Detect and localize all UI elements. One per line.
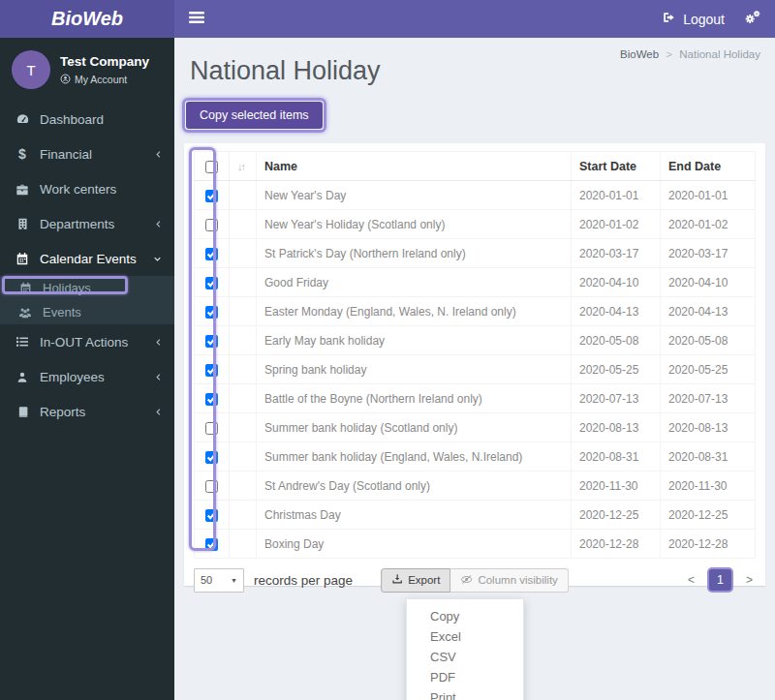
sidebar-item-financial[interactable]: $ Financial: [0, 137, 174, 171]
breadcrumb-root-link[interactable]: BioWeb: [620, 48, 659, 60]
start-date: 2020-01-02: [572, 210, 661, 239]
start-date: 2020-03-17: [572, 239, 661, 268]
export-menu-item[interactable]: PDF: [407, 667, 523, 687]
list-icon: [14, 336, 31, 348]
my-account-link[interactable]: My Account: [60, 74, 149, 86]
sidebar-item-work-centers[interactable]: Work centers: [0, 171, 174, 206]
holiday-name: Battle of the Boyne (Northern Ireland on…: [257, 384, 572, 413]
top-bar: BioWeb Logout: [0, 0, 775, 38]
sidebar-item-label: Holidays: [43, 281, 91, 295]
sidebar-item-label: Events: [43, 305, 81, 320]
select-all-checkbox[interactable]: [205, 161, 218, 173]
row-checkbox[interactable]: [205, 306, 218, 319]
export-menu-item[interactable]: Excel: [407, 626, 523, 647]
row-checkbox[interactable]: [205, 248, 218, 260]
table-row: St Patrick's Day (Northern Ireland only)…: [195, 239, 756, 268]
export-button[interactable]: Export: [381, 568, 450, 593]
holiday-table-card: ↓↑ Name Start Date End Date New Year's D…: [184, 143, 765, 586]
hamburger-menu-button[interactable]: [174, 0, 219, 38]
sort-cell: [230, 530, 257, 559]
breadcrumb-separator: >: [666, 48, 672, 60]
sidebar-item-label: In-OUT Actions: [40, 335, 128, 350]
calendar-icon: [14, 252, 31, 265]
eye-slash-icon: [460, 574, 473, 587]
start-date: 2020-08-31: [572, 442, 661, 472]
sidebar-item-label: Dashboard: [40, 112, 104, 127]
table-row: Battle of the Boyne (Northern Ireland on…: [195, 384, 756, 413]
end-date: 2020-12-25: [661, 501, 756, 530]
sidebar-item-dashboard[interactable]: Dashboard: [0, 102, 174, 137]
row-checkbox[interactable]: [205, 219, 218, 231]
sort-cell: [230, 326, 257, 355]
row-checkbox[interactable]: [205, 480, 218, 493]
row-checkbox[interactable]: [205, 451, 218, 464]
sort-cell: [230, 210, 257, 239]
table-row: Boxing Day 2020-12-28 2020-12-28: [195, 530, 756, 559]
table-footer: 50 ▼ records per page Export Column visi…: [194, 567, 756, 593]
sort-cell: [230, 239, 257, 268]
sidebar-item-label: Work centers: [40, 182, 116, 197]
sidebar-item-events[interactable]: Events: [0, 300, 174, 324]
row-checkbox[interactable]: [205, 538, 218, 551]
column-header-end-date[interactable]: End Date: [661, 152, 756, 181]
calendar-icon: [16, 282, 34, 294]
sidebar-item-reports[interactable]: Reports: [0, 394, 174, 429]
column-header-name[interactable]: Name: [257, 152, 572, 181]
logout-label: Logout: [683, 12, 725, 27]
export-menu-item[interactable]: Print: [407, 687, 523, 700]
copy-selected-items-button[interactable]: Copy selected items: [186, 102, 323, 129]
export-menu-item[interactable]: Copy: [407, 606, 523, 626]
sort-cell: [230, 384, 257, 413]
user-panel: T Test Company My Account: [0, 38, 174, 101]
sidebar-item-in-out-actions[interactable]: In-OUT Actions: [0, 324, 174, 359]
chevron-left-icon: [154, 219, 163, 229]
table-row: Christmas Day 2020-12-25 2020-12-25: [195, 501, 756, 530]
end-date: 2020-01-01: [661, 181, 756, 210]
start-date: 2020-05-25: [572, 355, 661, 384]
pagination-next-button[interactable]: >: [746, 573, 753, 587]
sidebar-item-calendar-events[interactable]: Calendar Events: [0, 241, 174, 276]
page-size-value: 50: [201, 574, 212, 586]
row-checkbox[interactable]: [205, 364, 218, 377]
sidebar-item-employees[interactable]: Employees: [0, 359, 174, 394]
holiday-name: Early May bank holiday: [257, 326, 572, 355]
table-row: St Andrew's Day (Scotland only) 2020-11-…: [195, 472, 756, 501]
table-row: New Year's Holiday (Scotland only) 2020-…: [195, 210, 756, 239]
row-checkbox[interactable]: [205, 335, 218, 348]
sort-cell: [230, 501, 257, 530]
sign-out-icon: [662, 11, 676, 27]
end-date: 2020-05-25: [661, 355, 756, 384]
start-date: 2020-12-25: [572, 501, 661, 530]
sort-icon[interactable]: ↓↑: [237, 161, 244, 172]
table-buttons: Export Column visibility: [381, 568, 569, 593]
gears-icon: [744, 10, 761, 29]
holiday-name: Summer bank holiday (England, Wales, N.I…: [257, 442, 572, 472]
start-date: 2020-07-13: [572, 384, 661, 413]
pagination-prev-button[interactable]: <: [688, 573, 695, 587]
holiday-name: St Andrew's Day (Scotland only): [257, 472, 572, 501]
page-size-select[interactable]: 50 ▼: [194, 568, 244, 593]
breadcrumb: BioWeb > National Holiday: [620, 48, 760, 60]
column-visibility-button[interactable]: Column visibility: [450, 568, 568, 593]
row-checkbox[interactable]: [205, 422, 218, 435]
sidebar-item-label: Calendar Events: [40, 252, 137, 266]
row-checkbox[interactable]: [205, 509, 218, 522]
row-checkbox[interactable]: [205, 190, 218, 202]
sidebar-item-holidays[interactable]: Holidays: [0, 276, 174, 300]
end-date: 2020-05-08: [661, 326, 756, 355]
row-checkbox[interactable]: [205, 393, 218, 406]
end-date: 2020-12-28: [661, 530, 756, 559]
book-icon: [14, 406, 31, 418]
pagination-page-1-button[interactable]: 1: [707, 567, 733, 593]
briefcase-icon: [14, 183, 31, 196]
logout-button[interactable]: Logout: [662, 11, 725, 27]
sidebar-item-departments[interactable]: Departments: [0, 206, 174, 241]
brand-logo[interactable]: BioWeb: [0, 0, 174, 38]
holiday-table-body: New Year's Day 2020-01-01 2020-01-01 New…: [195, 181, 756, 559]
export-menu-item[interactable]: CSV: [407, 647, 523, 667]
settings-button[interactable]: [744, 10, 761, 29]
row-checkbox[interactable]: [205, 277, 218, 289]
sidebar: T Test Company My Account Dashboard $ Fi…: [0, 38, 174, 700]
column-header-start-date[interactable]: Start Date: [572, 152, 661, 181]
table-row: Good Friday 2020-04-10 2020-04-10: [195, 268, 756, 297]
